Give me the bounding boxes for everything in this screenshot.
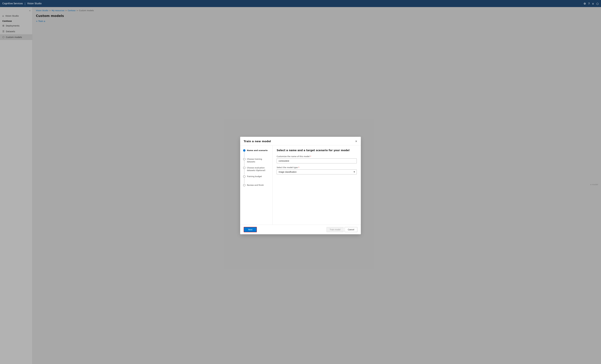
train-model-button: Train model — [327, 227, 343, 232]
nav-brand-group: Cognitive Services | Vision Studio — [2, 2, 41, 5]
model-type-field-group: Select the model type * Image classifica… — [277, 166, 357, 174]
modal-close-button[interactable]: ✕ — [355, 140, 357, 143]
modal-header: Train a new model ✕ — [240, 137, 361, 145]
settings-icon[interactable]: ⚙ — [583, 2, 586, 5]
nav-divider: | — [25, 2, 25, 5]
step-line-4 — [244, 178, 244, 183]
step-line-3 — [244, 169, 244, 175]
user-avatar[interactable]: ○ — [596, 2, 599, 5]
step-circle-2 — [243, 158, 245, 160]
step-circle-5 — [243, 184, 245, 186]
step-line-2 — [244, 161, 244, 166]
brand-name: Cognitive Services — [2, 2, 23, 5]
name-required-star: * — [310, 155, 311, 157]
nav-icons-group: ⚙ ? ∨ ○ — [583, 2, 599, 5]
step-line-1 — [244, 152, 244, 157]
step-label-1: Name and scenario — [247, 149, 268, 152]
cancel-button[interactable]: Cancel — [345, 227, 357, 232]
footer-left-actions: Next — [244, 227, 257, 232]
train-model-modal: Train a new model ✕ Name and scenario — [240, 137, 361, 234]
wizard-steps: Name and scenario Choose training datase… — [240, 145, 272, 225]
wizard-section-title: Select a name and a target scenario for … — [277, 149, 357, 152]
chevron-down-icon[interactable]: ∨ — [592, 2, 594, 5]
step-circle-4 — [243, 175, 245, 178]
step-label-2: Choose training datasets — [247, 157, 270, 163]
modal-footer: Next Train model Cancel — [240, 225, 361, 234]
next-button[interactable]: Next — [244, 227, 257, 232]
model-type-select[interactable]: Image classification Object detection Pr… — [277, 169, 357, 174]
product-name: Vision Studio — [27, 2, 41, 5]
model-name-field-group: Customize the name of this model * — [277, 155, 357, 163]
wizard-content: Select a name and a target scenario for … — [272, 145, 361, 225]
help-icon[interactable]: ? — [588, 2, 590, 5]
type-required-star: * — [298, 166, 299, 168]
step-label-4: Training budget — [247, 175, 262, 178]
model-name-label: Customize the name of this model * — [277, 155, 357, 157]
step-label-5: Review and finish — [247, 184, 264, 187]
model-type-select-wrapper: Image classification Object detection Pr… — [277, 169, 357, 174]
model-type-label: Select the model type * — [277, 166, 357, 168]
step-circle-1 — [243, 149, 245, 152]
step-label-3: Choose evaluation datasets (Optional) — [247, 166, 270, 172]
modal-title: Train a new model — [244, 140, 271, 143]
top-nav: Cognitive Services | Vision Studio ⚙ ? ∨… — [0, 0, 601, 7]
modal-body: Name and scenario Choose training datase… — [240, 145, 361, 225]
step-circle-3 — [243, 167, 245, 169]
footer-right-actions: Train model Cancel — [327, 227, 357, 232]
model-name-input[interactable] — [277, 158, 357, 163]
modal-overlay: Train a new model ✕ Name and scenario — [0, 7, 601, 364]
